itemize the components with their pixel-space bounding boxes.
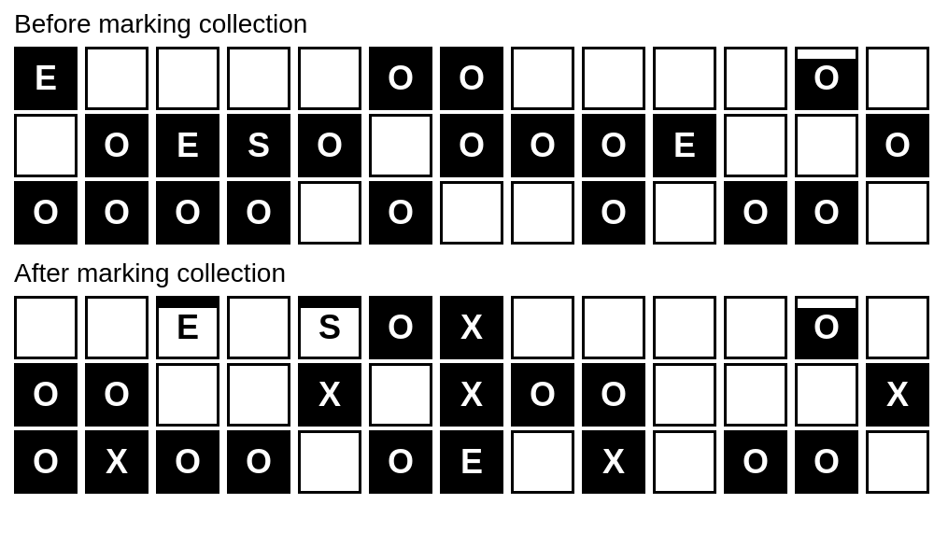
grid-cell-1-3: S: [227, 114, 290, 177]
grid-cell-0-6: X: [440, 296, 503, 359]
grid-cell-0-10: [724, 296, 787, 359]
grid-cell-2-3: O: [227, 181, 290, 245]
before-section: Before marking collection EOOOOESOOOOEOO…: [14, 9, 920, 245]
grid-cell-1-5: [369, 114, 432, 177]
grid-cell-2-7: [511, 181, 574, 245]
grid-cell-2-11: O: [795, 430, 858, 494]
grid-cell-0-6: O: [440, 47, 503, 110]
grid-cell-2-6: E: [440, 430, 503, 494]
grid-cell-1-9: [653, 363, 716, 427]
grid-cell-0-8: [582, 47, 645, 110]
before-grid: EOOOOESOOOOEOOOOOOOOO: [14, 47, 920, 245]
grid-cell-1-3: [227, 363, 290, 427]
grid-cell-2-4: [298, 430, 361, 494]
grid-cell-1-1: O: [85, 363, 149, 427]
grid-cell-0-2: E: [156, 296, 219, 359]
grid-cell-0-2: [156, 47, 219, 110]
grid-cell-0-9: [653, 47, 716, 110]
grid-cell-1-4: O: [298, 114, 361, 177]
grid-cell-2-1: O: [85, 181, 149, 245]
grid-cell-0-7: [511, 47, 574, 110]
grid-cell-0-12: [866, 296, 929, 359]
grid-cell-1-8: O: [582, 114, 645, 177]
grid-cell-2-0: O: [14, 430, 78, 494]
grid-cell-0-5: O: [369, 296, 432, 359]
grid-cell-0-4: S: [298, 296, 361, 359]
grid-cell-1-1: O: [85, 114, 149, 177]
grid-cell-1-11: [795, 363, 858, 427]
grid-cell-0-8: [582, 296, 645, 359]
grid-cell-2-12: [866, 430, 929, 494]
after-grid: ESOXOOOXXOOXOXOOOEXOO: [14, 296, 920, 494]
grid-cell-1-0: [14, 114, 78, 177]
grid-cell-0-10: [724, 47, 787, 110]
grid-cell-2-9: [653, 430, 716, 494]
grid-cell-1-7: O: [511, 363, 574, 427]
grid-cell-2-9: [653, 181, 716, 245]
grid-cell-2-1: X: [85, 430, 149, 494]
grid-cell-0-0: E: [14, 47, 78, 110]
grid-cell-2-7: [511, 430, 574, 494]
after-section: After marking collection ESOXOOOXXOOXOXO…: [14, 259, 920, 494]
grid-cell-2-3: O: [227, 430, 290, 494]
grid-cell-1-7: O: [511, 114, 574, 177]
grid-cell-1-6: X: [440, 363, 503, 427]
grid-cell-2-5: O: [369, 430, 432, 494]
grid-cell-2-10: O: [724, 181, 787, 245]
grid-cell-2-2: O: [156, 181, 219, 245]
grid-cell-1-8: O: [582, 363, 645, 427]
grid-cell-1-5: [369, 363, 432, 427]
grid-cell-0-9: [653, 296, 716, 359]
grid-cell-1-11: [795, 114, 858, 177]
grid-cell-0-5: O: [369, 47, 432, 110]
grid-cell-1-9: E: [653, 114, 716, 177]
grid-cell-1-6: O: [440, 114, 503, 177]
grid-cell-0-0: [14, 296, 78, 359]
grid-cell-1-2: E: [156, 114, 219, 177]
grid-cell-0-11: O: [795, 47, 858, 110]
grid-cell-0-1: [85, 47, 149, 110]
grid-cell-1-2: [156, 363, 219, 427]
grid-cell-2-5: O: [369, 181, 432, 245]
grid-cell-0-11: O: [795, 296, 858, 359]
grid-cell-0-12: [866, 47, 929, 110]
grid-cell-1-0: O: [14, 363, 78, 427]
grid-cell-1-10: [724, 363, 787, 427]
grid-cell-1-12: X: [866, 363, 929, 427]
grid-cell-2-2: O: [156, 430, 219, 494]
grid-cell-2-4: [298, 181, 361, 245]
grid-cell-0-3: [227, 47, 290, 110]
before-title: Before marking collection: [14, 9, 920, 39]
grid-cell-0-1: [85, 296, 149, 359]
grid-cell-2-10: O: [724, 430, 787, 494]
grid-cell-1-10: [724, 114, 787, 177]
grid-cell-2-8: X: [582, 430, 645, 494]
grid-cell-2-0: O: [14, 181, 78, 245]
grid-cell-0-3: [227, 296, 290, 359]
grid-cell-2-11: O: [795, 181, 858, 245]
grid-cell-0-4: [298, 47, 361, 110]
grid-cell-0-7: [511, 296, 574, 359]
grid-cell-2-8: O: [582, 181, 645, 245]
after-title: After marking collection: [14, 259, 920, 288]
grid-cell-2-6: [440, 181, 503, 245]
grid-cell-2-12: [866, 181, 929, 245]
grid-cell-1-4: X: [298, 363, 361, 427]
grid-cell-1-12: O: [866, 114, 929, 177]
